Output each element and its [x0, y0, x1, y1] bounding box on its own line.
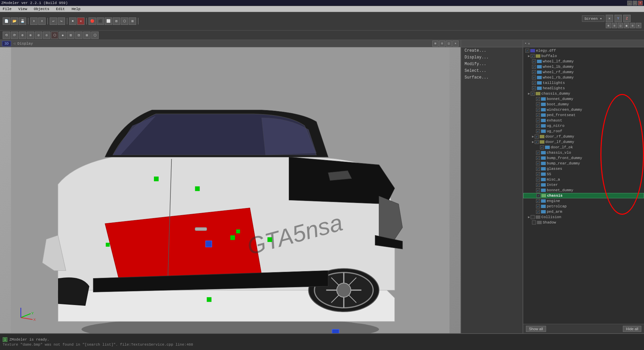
hide-all-button[interactable]: Hide all — [623, 326, 641, 332]
tree-item-chassis-vlo[interactable]: ✓ chassis_vlo — [523, 150, 644, 155]
tree-cb-windscreen[interactable]: ✓ — [536, 108, 540, 112]
tree-item-chassis-dummy[interactable]: ▶ ✓ chassis_dummy — [523, 91, 644, 96]
toolbar-save[interactable]: 💾 — [19, 17, 26, 25]
tree-cb-doorlfok[interactable]: ✓ — [540, 145, 544, 149]
tree-cb-shadow[interactable] — [532, 220, 536, 224]
toolbar-btn8[interactable]: ⊠ — [129, 17, 136, 25]
screen-y[interactable]: Y — [614, 15, 622, 22]
tree-item-inter[interactable]: ✓ Inter — [523, 182, 644, 188]
screen-dropdown[interactable]: Screen ▾ — [582, 15, 604, 22]
toolbar-import[interactable]: ⬇ — [30, 17, 38, 25]
tree-item-door-lf[interactable]: ▶ ✓ door_lf_dummy — [523, 139, 644, 145]
tree-cb-engine[interactable]: ✓ — [536, 199, 540, 203]
menu-help[interactable]: Help — [70, 7, 82, 11]
toolbar-open[interactable]: 📂 — [11, 17, 18, 25]
vp-icon-3[interactable]: ◫ — [446, 41, 452, 47]
tree-cb-chassisvlo[interactable]: ✓ — [536, 151, 540, 155]
tb-small-4[interactable]: ▣ — [624, 23, 629, 28]
tree-item-glasses[interactable]: ✓ glasses — [523, 166, 644, 171]
tb2-6[interactable]: ⊙ — [43, 32, 50, 39]
tree-item-wheel-lb[interactable]: ✓ wheel_lb_dummy — [523, 64, 644, 69]
tree-item-ped-arm[interactable]: ✓ ped_arm — [523, 209, 644, 214]
tree-cb-wlf[interactable]: ✓ — [532, 59, 536, 63]
toolbar-btn1[interactable]: ✖ — [69, 17, 76, 25]
menu-objects[interactable]: Objects — [33, 7, 51, 11]
vp-icon-1[interactable]: ⊞ — [432, 41, 438, 47]
tree-item-buffalo[interactable]: ▶ ✓ buffalo — [523, 53, 644, 59]
tree-root[interactable]: ✓ elegy.dff — [523, 48, 644, 53]
menu-file[interactable]: File — [1, 7, 13, 11]
tree-cb-taillights[interactable]: ✓ — [532, 81, 536, 85]
tree-item-chassis-selected[interactable]: ✓ chassis — [523, 193, 644, 198]
tb2-9[interactable]: ⊞ — [67, 32, 74, 39]
tree-item-wheel-rb[interactable]: ✓ wheel_rb_dummy — [523, 75, 644, 80]
tree-item-ss[interactable]: ✓ SS — [523, 171, 644, 177]
tree-cb-doorrf[interactable]: ✓ — [535, 135, 539, 139]
panel-create[interactable]: Create... — [461, 47, 523, 54]
tree-item-bump-front[interactable]: ✓ bump_front_dummy — [523, 155, 644, 161]
toolbar-btn2[interactable]: ✕ — [77, 17, 85, 25]
toolbar-btn7[interactable]: ⬡ — [121, 17, 128, 25]
tb2-1[interactable]: ⟲ — [3, 32, 10, 39]
tree-cb-headlights[interactable]: ✓ — [532, 86, 536, 90]
tree-cb-pedfrontseat[interactable]: ✓ — [536, 113, 540, 117]
tree-item-petrolcap[interactable]: ✓ petrolcap — [523, 204, 644, 209]
tree-cb-chassis-dummy[interactable]: ✓ — [531, 92, 535, 96]
tree-cb-petrolcap[interactable]: ✓ — [536, 204, 540, 208]
tree-cb-wlb[interactable]: ✓ — [532, 65, 536, 69]
tree-item-exhaust[interactable]: ✓ exhaust — [523, 118, 644, 123]
viewport-3d-label[interactable]: 3D — [2, 41, 11, 46]
tb-small-3[interactable]: ◫ — [618, 23, 623, 28]
toolbar-new[interactable]: 📄 — [3, 17, 10, 25]
tree-checkbox-buffalo[interactable]: ✓ — [531, 54, 535, 58]
tree-item-bonnet-dummy-1[interactable]: ✓ bonnet_dummy — [523, 96, 644, 102]
tree-cb-ss[interactable]: ✓ — [536, 172, 540, 176]
tree-cb-exhaust[interactable]: ✓ — [536, 118, 540, 122]
tree-item-engine[interactable]: ✓ engine — [523, 198, 644, 204]
tb2-4[interactable]: ⊗ — [27, 32, 34, 39]
tree-item-collision[interactable]: ▶ Collision — [523, 214, 644, 220]
toolbar-redo[interactable]: ↪ — [58, 17, 65, 25]
tree-item-door-rf[interactable]: ▶ ✓ door_rf_dummy — [523, 134, 644, 139]
panel-surface[interactable]: Surface... — [461, 74, 523, 81]
tree-cb-misca[interactable]: ✓ — [536, 178, 540, 182]
tb-small-5[interactable]: ⊟ — [630, 23, 635, 28]
tree-cb-ugroof[interactable]: ✓ — [536, 129, 540, 133]
toolbar-btn3[interactable]: 🔴 — [89, 17, 96, 25]
tree-item-door-lf-ok[interactable]: ✓ door_lf_ok — [523, 145, 644, 150]
tree-item-misc-a[interactable]: ✓ misc_a — [523, 177, 644, 182]
tree-cb-chassis[interactable]: ✓ — [536, 194, 540, 198]
toolbar-undo[interactable]: ↩ — [50, 17, 57, 25]
tree-item-ped-frontseat[interactable]: ✓ ped_frontseat — [523, 112, 644, 118]
tree-item-windscreen[interactable]: ✓ windscreen_dummy — [523, 107, 644, 112]
toolbar-export[interactable]: ⬆ — [38, 17, 46, 25]
show-all-button[interactable]: Show all — [526, 326, 546, 332]
tree-item-shadow[interactable]: Shadow — [523, 220, 644, 225]
tree-item-boot-dummy[interactable]: ✓ boot_dummy — [523, 102, 644, 107]
tree-cb-wrf[interactable]: ✓ — [532, 70, 536, 74]
close-button[interactable]: ✕ — [638, 1, 643, 5]
tree-cb-wrb[interactable]: ✓ — [532, 76, 536, 80]
toolbar-btn5[interactable]: ⬜ — [105, 17, 112, 25]
tb2-7[interactable]: ⬡ — [51, 32, 58, 39]
tree-item-bonnet-dummy-2[interactable]: ✓ bonnet_dummy — [523, 188, 644, 193]
tree-item-wheel-lf[interactable]: ✓ wheel_lf_dummy — [523, 59, 644, 64]
panel-select[interactable]: Select... — [461, 67, 523, 74]
tree-item-ug-nitro[interactable]: ✓ ug_nitro — [523, 123, 644, 129]
vp-icon-close[interactable]: ✕ — [452, 41, 459, 47]
tree-cb-ugnitro[interactable]: ✓ — [536, 124, 540, 128]
tree-cb-bonnet1[interactable]: ✓ — [536, 97, 540, 101]
tree-cb-bonnet2[interactable]: ✓ — [536, 188, 540, 192]
tree-cb-bumpfront[interactable]: ✓ — [536, 156, 540, 160]
tb2-2[interactable]: ⟳ — [11, 32, 18, 39]
viewport-tab[interactable]: Display — [17, 42, 33, 46]
tb2-5[interactable]: ⊘ — [35, 32, 42, 39]
tb2-11[interactable]: ⊠ — [83, 32, 91, 39]
screen-z[interactable]: Z — [623, 15, 631, 22]
tree-item-wheel-rf[interactable]: ✓ wheel_rf_dummy — [523, 69, 644, 75]
toolbar-btn6[interactable]: ⊞ — [113, 17, 120, 25]
tree-cb-doorlf[interactable]: ✓ — [535, 140, 539, 144]
tb2-3[interactable]: ⊕ — [19, 32, 26, 39]
tree-item-ug-roof[interactable]: ✓ ug_roof — [523, 129, 644, 134]
tree-cb-inter[interactable]: ✓ — [536, 183, 540, 187]
